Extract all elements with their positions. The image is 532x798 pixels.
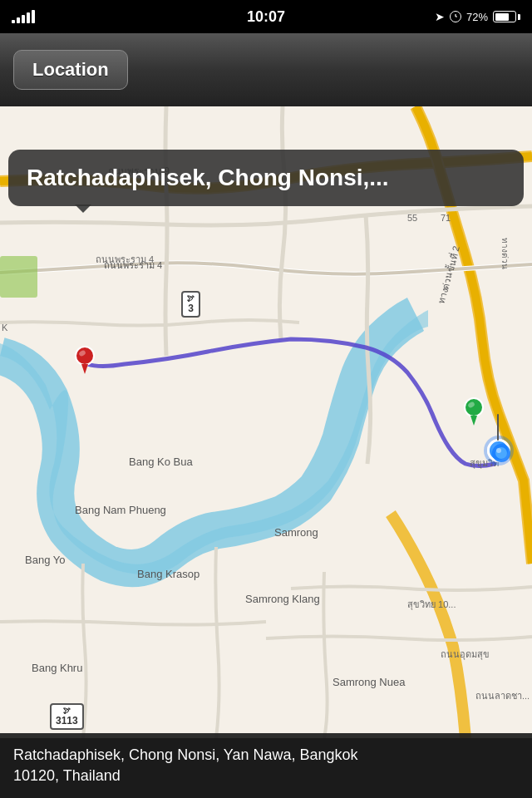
signal-bar-1: [12, 20, 15, 23]
battery-percent: 72%: [466, 11, 488, 23]
map-label-bang-yo: Bang Yo: [25, 554, 65, 566]
map-label-bang-krasop: Bang Krasop: [137, 568, 200, 580]
map-label-55: 55: [407, 213, 417, 223]
map-label-samrong-klang: Samrong Klang: [245, 593, 320, 605]
signal-area: [12, 10, 35, 23]
map-label-sukhumvit: สุขวิทย 10...: [407, 597, 456, 612]
road-sign-3113: 🕊 3113: [50, 703, 84, 730]
status-time: 10:07: [247, 8, 285, 26]
svg-point-6: [76, 347, 94, 365]
map-label-bang-nam-phueng: Bang Nam Phueng: [75, 504, 166, 516]
map-label-udomsuk: ถนนอุดมสุข: [441, 647, 490, 662]
map-label-bang-khru: Bang Khru: [32, 662, 82, 674]
signal-bar-3: [22, 15, 25, 23]
map-area[interactable]: ถนนพระราม 9 ทางด่วนขั้นที่ 2 ถนนพระราม 4…: [0, 106, 532, 738]
location-callout: Ratchadaphisek, Chong Nonsi,...: [8, 150, 524, 206]
map-label-71: 71: [441, 213, 451, 223]
current-location-dot: [487, 439, 510, 462]
svg-rect-5: [0, 256, 37, 298]
address-line2: 10120, Thailand: [13, 766, 519, 786]
map-label-samrong-nuea: Samrong Nuea: [332, 676, 405, 688]
bottom-info-bar: Ratchadaphisek, Chong Nonsi, Yan Nawa, B…: [0, 733, 532, 798]
road-sign-number-3113: 3113: [56, 715, 78, 727]
signal-bar-4: [27, 12, 30, 23]
nav-bar: Location: [0, 33, 532, 106]
map-label-thanon-rama4: ถนนพระราม 4: [96, 252, 154, 267]
blue-pin-line: [497, 414, 499, 441]
status-right: ➤ 72%: [435, 10, 520, 23]
signal-bar-5: [32, 10, 35, 23]
status-bar: 10:07 ➤ 72%: [0, 0, 532, 33]
road-sign-number: 3: [188, 303, 194, 314]
road-sign-emblem-3113: 🕊: [63, 707, 71, 715]
location-button[interactable]: Location: [13, 50, 128, 90]
callout-text: Ratchadaphisek, Chong Nonsi,...: [27, 165, 389, 190]
road-sign-3: 🕊 3: [181, 291, 200, 318]
svg-point-8: [465, 398, 483, 416]
road-sign-emblem: 🕊: [187, 294, 195, 303]
signal-bar-2: [17, 17, 20, 23]
svg-point-12: [496, 448, 501, 453]
green-pin: [464, 397, 484, 429]
map-label-left-k: K: [2, 323, 7, 332]
map-label-samrong: Samrong: [274, 526, 318, 539]
clock-icon: [450, 11, 461, 22]
address-line1: Ratchadaphisek, Chong Nonsi, Yan Nawa, B…: [13, 745, 519, 766]
signal-bars: [12, 10, 35, 23]
map-label-expressway: ทางด่วน: [499, 238, 511, 269]
map-label-bang-ko-bua: Bang Ko Bua: [129, 456, 193, 468]
red-pin: [75, 346, 95, 377]
svg-text:ทางด่วนขั้นที่ 2: ทางด่วนขั้นที่ 2: [435, 244, 461, 304]
map-label-latsacha: ถนนลาดชา...: [475, 688, 530, 703]
battery-icon: [493, 11, 520, 22]
location-arrow-icon: ➤: [435, 10, 445, 23]
